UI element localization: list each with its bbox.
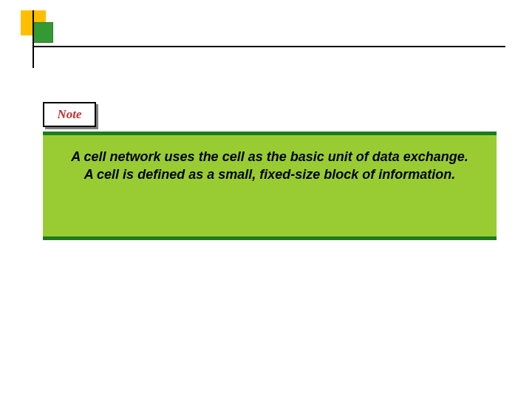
slide: Note A cell network uses the cell as the… [0, 0, 532, 399]
bottom-green-bar [43, 236, 497, 240]
content-line-1: A cell network uses the cell as the basi… [59, 148, 480, 166]
content-line-2: A cell is defined as a small, fixed-size… [59, 166, 480, 183]
note-label: Note [57, 107, 81, 122]
content-text: A cell network uses the cell as the basi… [59, 148, 480, 184]
vertical-rule [33, 10, 34, 68]
logo-square-green [33, 22, 53, 43]
horizontal-rule [33, 46, 505, 47]
note-badge: Note [43, 102, 96, 127]
